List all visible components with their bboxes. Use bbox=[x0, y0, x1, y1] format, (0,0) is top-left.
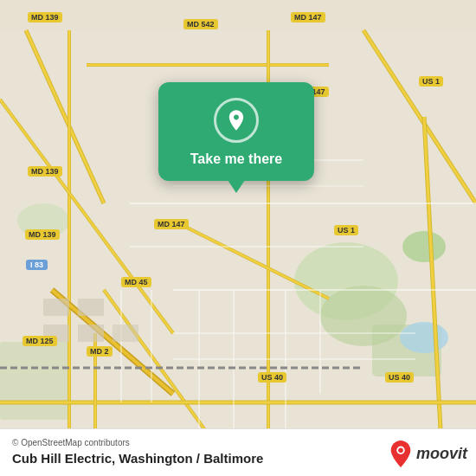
moovit-logo: moovit bbox=[389, 440, 467, 467]
road-label-us40-mid: US 40 bbox=[258, 372, 286, 383]
svg-point-7 bbox=[400, 322, 448, 353]
moovit-pin-icon bbox=[389, 440, 413, 467]
road-label-us1-mid: US 1 bbox=[334, 225, 358, 235]
svg-rect-47 bbox=[78, 299, 104, 316]
svg-point-52 bbox=[398, 447, 403, 453]
svg-rect-46 bbox=[43, 299, 69, 316]
map-container: MD 139 MD 147 MD 542 US 1 MD 147 MD 139 … bbox=[0, 0, 476, 476]
bottom-bar: © OpenStreetMap contributors Cub Hill El… bbox=[0, 428, 476, 476]
location-title: Cub Hill Electric, Washington / Baltimor… bbox=[12, 451, 263, 466]
road-label-md139-bot: MD 139 bbox=[25, 229, 60, 240]
road-label-i83: I 83 bbox=[26, 260, 48, 270]
popup-label: Take me there bbox=[190, 151, 282, 167]
road-label-md147-low: MD 147 bbox=[154, 219, 189, 229]
road-label-md2: MD 2 bbox=[87, 346, 113, 357]
road-label-md147-top: MD 147 bbox=[291, 12, 325, 23]
road-label-md139-top: MD 139 bbox=[28, 12, 62, 23]
location-pin-icon bbox=[224, 108, 248, 132]
svg-rect-49 bbox=[78, 325, 104, 342]
location-icon-circle bbox=[214, 98, 259, 143]
moovit-text: moovit bbox=[416, 445, 467, 463]
road-label-md542: MD 542 bbox=[183, 19, 218, 29]
road-label-us40-right: US 40 bbox=[385, 372, 414, 383]
road-label-us1-top: US 1 bbox=[419, 76, 443, 87]
popup-card[interactable]: Take me there bbox=[158, 82, 314, 181]
svg-point-6 bbox=[402, 231, 446, 262]
road-label-md125: MD 125 bbox=[23, 336, 57, 346]
svg-rect-5 bbox=[0, 342, 69, 420]
road-label-md45: MD 45 bbox=[121, 277, 151, 287]
map-background bbox=[0, 0, 476, 476]
road-label-md139-mid: MD 139 bbox=[28, 166, 62, 177]
svg-rect-50 bbox=[113, 325, 138, 342]
